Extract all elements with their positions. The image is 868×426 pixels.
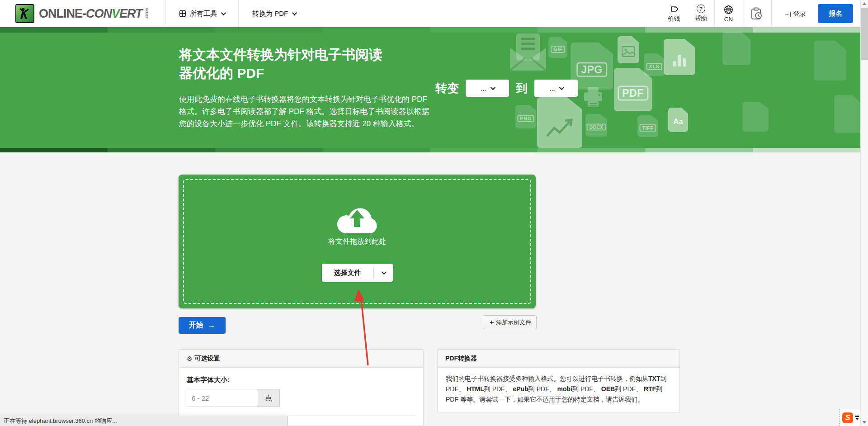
base-font-size-group: 点: [187, 389, 415, 407]
target-format-select[interactable]: ...: [534, 80, 578, 97]
extension-logo-icon[interactable]: S: [842, 412, 853, 423]
top-navbar: ONLINE-CONVERT .COM 所有工具 转换为 PDF 价钱 ?: [0, 0, 860, 27]
target-format-value: ...: [549, 85, 555, 92]
gif-label: GIF: [551, 46, 565, 53]
choose-file-split-button: 选择文件: [322, 264, 393, 282]
status-text: 正在等待 elephant.browser.360.cn 的响应...: [4, 417, 117, 425]
chevron-down-icon: [381, 270, 386, 275]
chevron-down-icon: [559, 85, 564, 90]
file-icon: [722, 32, 750, 65]
help-button[interactable]: ? 帮助: [687, 0, 714, 27]
add-example-file-label: 添加示例文件: [496, 318, 531, 327]
png-file-icon: PNG: [515, 105, 536, 128]
browser-status-bar: 正在等待 elephant.browser.360.cn 的响应...: [0, 416, 288, 426]
pdf-converter-header: PDF转换器: [438, 350, 679, 368]
chevron-down-icon: [491, 85, 495, 90]
nav-all-tools-label: 所有工具: [190, 9, 217, 18]
page-description: 使用此免费的在线电子书转换器将您的文本转换为针对电子书优化的 PDF 格式。许多…: [179, 93, 436, 130]
start-button[interactable]: 开始 →: [179, 317, 226, 334]
language-label: CN: [724, 16, 733, 23]
scroll-down-icon[interactable]: [863, 421, 866, 424]
format-picker: 转变 ... 到 ...: [435, 80, 578, 97]
pdf-label: PDF: [618, 85, 648, 100]
dropzone-area[interactable]: 将文件拖放到此处 选择文件: [183, 179, 531, 304]
start-label: 开始: [189, 321, 203, 330]
tiff-label: TIFF: [639, 124, 656, 132]
logo-wordmark: ONLINE-CONVERT .COM: [39, 7, 152, 21]
pricing-label: 价钱: [668, 15, 680, 23]
help-icon: ?: [697, 5, 705, 13]
grid-icon: [179, 10, 186, 17]
site-logo[interactable]: ONLINE-CONVERT .COM: [0, 0, 165, 27]
unit-addon: 点: [258, 389, 280, 407]
base-font-size-label: 基本字体大小:: [187, 376, 415, 384]
plus-icon: ＋: [488, 318, 495, 327]
price-tag-icon: [669, 5, 678, 14]
envelope-icon: [510, 33, 546, 71]
choose-file-dropdown-button[interactable]: [374, 264, 393, 282]
hero-bottom-strip: [0, 148, 860, 152]
convert-label: 转变: [435, 80, 459, 96]
chevron-down-icon: [292, 10, 297, 15]
file-icon: [742, 102, 769, 132]
png-label: PNG: [517, 115, 534, 122]
jpg-label: JPG: [576, 62, 607, 77]
nav-convert-to-pdf-label: 转换为 PDF: [252, 9, 288, 18]
collapse-icon[interactable]: [855, 418, 859, 420]
pdf-converter-description: 我们的电子书转换器接受多种输入格式。您可以进行电子书转换，例如从TXT到 PDF…: [438, 368, 679, 411]
optional-settings-header: ⚙ 可选设置: [179, 350, 423, 368]
hero-section: GIF JPG XLS PDF: [0, 27, 860, 152]
choose-file-label: 选择文件: [334, 269, 361, 277]
upload-dropzone: 将文件拖放到此处 选择文件: [179, 175, 536, 308]
base-font-size-input[interactable]: [187, 389, 258, 407]
optional-settings-body: 基本字体大小: 点: [179, 368, 423, 416]
scrollbar[interactable]: [860, 0, 868, 426]
pdf-converter-title: PDF转换器: [445, 355, 477, 363]
source-format-value: ...: [481, 85, 486, 92]
source-format-select[interactable]: ...: [466, 80, 509, 97]
help-label: 帮助: [695, 14, 707, 23]
choose-file-button[interactable]: 选择文件: [322, 264, 373, 282]
scroll-up-icon[interactable]: [863, 2, 866, 5]
optional-settings-title: 可选设置: [195, 355, 220, 363]
pdf-converter-panel: PDF转换器 我们的电子书转换器接受多种输入格式。您可以进行电子书转换，例如从T…: [437, 349, 680, 412]
to-label: 到: [516, 80, 528, 96]
chevron-down-icon: [221, 10, 226, 15]
nav-right-group: 价钱 ? 帮助 CN: [660, 0, 860, 27]
image-file-icon: [618, 36, 639, 63]
gif-file-icon: GIF: [548, 37, 567, 58]
browser-extension-widget: S: [839, 409, 860, 426]
arrow-right-icon: →: [208, 321, 216, 330]
globe-icon: [724, 5, 733, 14]
login-label: 登录: [793, 9, 806, 18]
extension-controls: [855, 416, 859, 420]
clipboard-clock-icon: [751, 7, 763, 20]
docx-file-icon: DOCX: [585, 114, 607, 137]
file-icon: [834, 95, 860, 133]
pricing-button[interactable]: 价钱: [660, 0, 687, 27]
signup-button[interactable]: 报名: [818, 4, 853, 23]
docx-label: DOCX: [587, 124, 606, 131]
add-example-file-button[interactable]: ＋ 添加示例文件: [483, 315, 537, 329]
aa-label: Aa: [673, 117, 683, 126]
minimize-icon[interactable]: [855, 416, 859, 417]
bar-chart-file-icon: [664, 39, 695, 75]
page-title: 将文本文件转换为针对电子书阅读器优化的 PDF: [179, 45, 392, 82]
printer-icon: [583, 86, 603, 109]
language-button[interactable]: CN: [715, 0, 742, 27]
file-icon: [814, 41, 846, 80]
login-button[interactable]: →] 登录: [772, 0, 818, 27]
line-chart-file-icon: [537, 97, 582, 148]
gear-icon: ⚙: [187, 355, 193, 362]
page: ONLINE-CONVERT .COM 所有工具 转换为 PDF 价钱 ?: [0, 0, 868, 426]
nav-convert-to-pdf[interactable]: 转换为 PDF: [238, 0, 309, 27]
optional-settings-panel: ⚙ 可选设置 基本字体大小: 点: [179, 349, 424, 426]
scrollbar-thumb[interactable]: [861, 8, 868, 60]
text-file-icon: Aa: [668, 108, 688, 132]
tiff-file-icon: TIFF: [637, 115, 658, 137]
history-button[interactable]: [742, 0, 771, 27]
nav-all-tools[interactable]: 所有工具: [165, 0, 238, 27]
login-icon: →]: [783, 10, 791, 17]
pdf-file-icon: PDF: [614, 68, 652, 111]
logo-figure-icon: [15, 4, 34, 23]
